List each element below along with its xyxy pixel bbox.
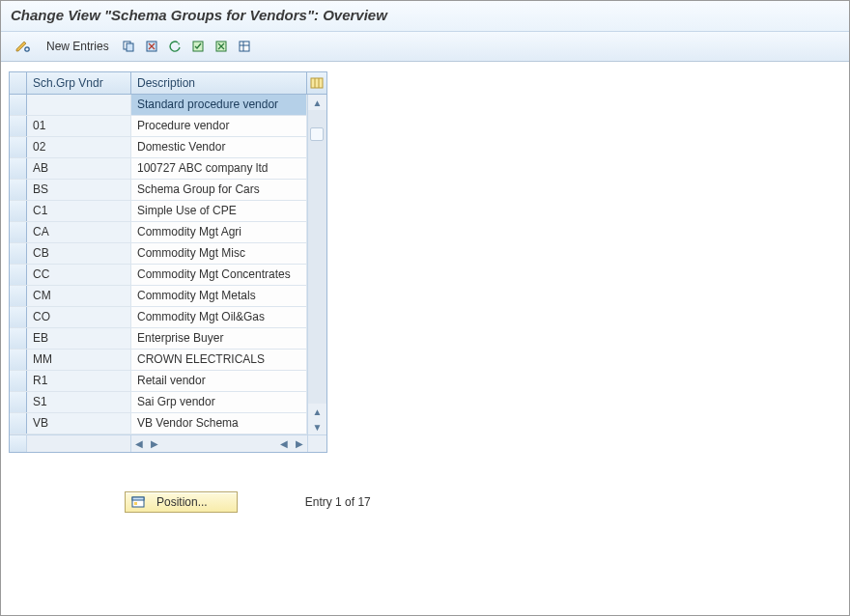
- toolbar: New Entries: [1, 32, 849, 62]
- cell-desc[interactable]: Sai Grp vendor: [131, 392, 307, 412]
- cell-desc[interactable]: Commodity Mgt Concentrates: [131, 265, 307, 285]
- row-selector[interactable]: [10, 350, 27, 370]
- row-selector[interactable]: [10, 243, 27, 264]
- undo-button[interactable]: [164, 37, 185, 56]
- cell-code[interactable]: 02: [27, 137, 131, 157]
- table-row[interactable]: CMCommodity Mgt Metals: [10, 286, 307, 307]
- cell-code[interactable]: C1: [27, 201, 131, 221]
- content-area: Sch.Grp Vndr Description Standard proced…: [1, 62, 849, 522]
- row-selector[interactable]: [10, 116, 27, 136]
- table-row[interactable]: C1Simple Use of CPE: [10, 201, 307, 222]
- row-selector[interactable]: [10, 413, 27, 434]
- cell-code[interactable]: EB: [27, 328, 131, 349]
- pencil-glasses-icon: [15, 40, 31, 53]
- row-selector[interactable]: [10, 137, 27, 157]
- cell-code[interactable]: CB: [27, 243, 131, 264]
- cell-desc[interactable]: Commodity Mgt Agri: [131, 222, 307, 242]
- row-selector[interactable]: [10, 222, 27, 242]
- cell-desc[interactable]: Retail vendor: [131, 371, 307, 391]
- horizontal-scrollbar[interactable]: ◀ ▶ ◀ ▶: [131, 435, 307, 452]
- table-row[interactable]: MMCROWN ELECTRICALS: [10, 350, 307, 371]
- table-row[interactable]: COCommodity Mgt Oil&Gas: [10, 307, 307, 328]
- new-entries-label: New Entries: [46, 40, 109, 53]
- cell-desc[interactable]: VB Vendor Schema: [131, 413, 307, 434]
- table-row[interactable]: CACommodity Mgt Agri: [10, 222, 307, 243]
- table-row[interactable]: VBVB Vendor Schema: [10, 413, 307, 434]
- cell-desc[interactable]: Simple Use of CPE: [131, 201, 307, 221]
- table-header-row: Sch.Grp Vndr Description: [10, 72, 326, 95]
- scroll-up-arrow[interactable]: ▲: [308, 95, 326, 110]
- cell-code[interactable]: CC: [27, 265, 131, 285]
- cell-code[interactable]: MM: [27, 350, 131, 370]
- cell-desc[interactable]: Schema Group for Cars: [131, 180, 307, 200]
- cell-code[interactable]: AB: [27, 158, 131, 179]
- scroll-down-top-arrow[interactable]: ▲: [308, 404, 326, 419]
- table-row[interactable]: CBCommodity Mgt Misc: [10, 243, 307, 265]
- new-entries-button[interactable]: New Entries: [40, 36, 116, 57]
- cell-desc[interactable]: 100727 ABC company ltd: [131, 158, 307, 179]
- svg-rect-2: [127, 43, 133, 51]
- scroll-thumb[interactable]: [310, 127, 324, 141]
- table-row[interactable]: Standard procedure vendor: [10, 95, 307, 116]
- deselect-all-icon: [214, 40, 228, 53]
- print-configure-button[interactable]: [234, 37, 255, 56]
- table-row[interactable]: BSSchema Group for Cars: [10, 180, 307, 201]
- title-bar: Change View "Schema Groups for Vendors":…: [1, 1, 849, 32]
- cell-desc[interactable]: Procedure vendor: [131, 116, 307, 136]
- cell-code[interactable]: [27, 95, 131, 115]
- cell-code[interactable]: 01: [27, 116, 131, 136]
- hscroll-right-inner-arrow[interactable]: ▶: [147, 438, 162, 449]
- vertical-scrollbar[interactable]: ▲ ▲ ▼: [307, 95, 326, 434]
- select-all-icon: [191, 40, 205, 53]
- delete-button[interactable]: [141, 37, 162, 56]
- cell-desc[interactable]: Domestic Vendor: [131, 137, 307, 157]
- position-button[interactable]: Position...: [125, 491, 238, 513]
- hscroll-right-arrow[interactable]: ▶: [292, 438, 307, 449]
- row-selector[interactable]: [10, 307, 27, 327]
- table-row[interactable]: CCCommodity Mgt Concentrates: [10, 265, 307, 286]
- column-header-code[interactable]: Sch.Grp Vndr: [27, 72, 131, 94]
- cell-code[interactable]: CA: [27, 222, 131, 242]
- row-selector[interactable]: [10, 95, 27, 115]
- table-row[interactable]: R1Retail vendor: [10, 371, 307, 392]
- toggle-display-button[interactable]: [9, 36, 38, 57]
- table-row[interactable]: EBEnterprise Buyer: [10, 328, 307, 350]
- deselect-all-button[interactable]: [211, 37, 232, 56]
- cell-code[interactable]: S1: [27, 392, 131, 412]
- row-selector[interactable]: [10, 201, 27, 221]
- select-all-button[interactable]: [187, 37, 209, 56]
- row-selector[interactable]: [10, 392, 27, 412]
- cell-desc[interactable]: CROWN ELECTRICALS: [131, 350, 307, 370]
- copy-as-button[interactable]: [118, 37, 139, 56]
- cell-code[interactable]: BS: [27, 180, 131, 200]
- table-row[interactable]: AB100727 ABC company ltd: [10, 158, 307, 180]
- row-selector[interactable]: [10, 328, 27, 349]
- cell-desc[interactable]: Commodity Mgt Metals: [131, 286, 307, 306]
- row-selector[interactable]: [10, 265, 27, 285]
- column-config-button[interactable]: [307, 72, 326, 94]
- scroll-down-arrow[interactable]: ▼: [308, 419, 326, 434]
- hscroll-left-inner-arrow[interactable]: ◀: [276, 438, 292, 449]
- row-selector[interactable]: [10, 180, 27, 200]
- entry-count-text: Entry 1 of 17: [305, 495, 371, 509]
- table-row[interactable]: 01Procedure vendor: [10, 116, 307, 137]
- cell-code[interactable]: R1: [27, 371, 131, 391]
- cell-desc[interactable]: Commodity Mgt Oil&Gas: [131, 307, 307, 327]
- row-selector[interactable]: [10, 286, 27, 306]
- row-selector[interactable]: [10, 158, 27, 179]
- cell-code[interactable]: VB: [27, 413, 131, 434]
- cell-desc[interactable]: Enterprise Buyer: [131, 328, 307, 349]
- cell-code[interactable]: CO: [27, 307, 131, 327]
- undo-icon: [168, 40, 182, 53]
- scroll-track[interactable]: [308, 110, 326, 404]
- cell-code[interactable]: CM: [27, 286, 131, 306]
- cell-desc[interactable]: Commodity Mgt Misc: [131, 243, 307, 264]
- table-row[interactable]: 02Domestic Vendor: [10, 137, 307, 158]
- column-header-desc[interactable]: Description: [131, 72, 307, 94]
- header-selector-cell[interactable]: [10, 72, 27, 94]
- row-selector[interactable]: [10, 371, 27, 391]
- svg-rect-6: [240, 42, 249, 51]
- cell-desc[interactable]: Standard procedure vendor: [131, 95, 307, 115]
- hscroll-left-arrow[interactable]: ◀: [131, 438, 147, 449]
- table-row[interactable]: S1Sai Grp vendor: [10, 392, 307, 413]
